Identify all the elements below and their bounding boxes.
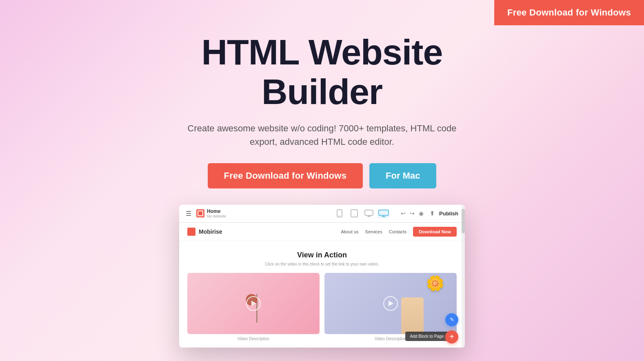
svg-point-1 — [339, 215, 340, 216]
add-block-overlay: Add Block to Page — [405, 332, 449, 341]
hero-buttons: Free Download for Windows For Mac — [208, 163, 437, 188]
scrollbar-thumb — [462, 209, 465, 233]
preview-icon[interactable]: ◉ — [419, 210, 424, 217]
video-grid: Video Description 🌼 Video Description — [187, 273, 457, 341]
hero-title: HTML WebsiteBuilder — [201, 33, 442, 112]
small-desktop-view-icon[interactable] — [363, 209, 375, 218]
site-nav: Mobirise About us Services Contacts Down… — [179, 223, 465, 241]
hero-section: HTML WebsiteBuilder Create awesome websi… — [0, 0, 644, 188]
top-cta-button[interactable]: Free Download for Windows — [494, 0, 644, 25]
publish-button[interactable]: ⬆ Publish — [428, 209, 458, 218]
publish-icon: ⬆ — [428, 209, 437, 218]
home-label: Home My Website — [207, 209, 226, 218]
play-button-1 — [246, 296, 261, 311]
video-card-2[interactable]: 🌼 Video Description — [324, 273, 457, 341]
video-section-subtitle: Click on the video in this block to set … — [187, 262, 457, 266]
nav-services[interactable]: Services — [365, 229, 382, 234]
pencil-icon: ✎ — [450, 317, 454, 323]
app-mockup: ☰ Home My Website — [179, 205, 465, 348]
home-page-icon — [196, 209, 204, 217]
mobile-view-icon[interactable] — [334, 209, 345, 218]
home-title: Home — [207, 209, 226, 214]
video-desc-1: Video Description — [187, 337, 320, 341]
hero-subtitle: Create awesome website w/o coding! 7000+… — [179, 122, 465, 148]
site-logo-icon — [187, 228, 195, 236]
nav-contacts[interactable]: Contacts — [389, 229, 406, 234]
site-preview: Mobirise About us Services Contacts Down… — [179, 223, 465, 348]
download-mac-button[interactable]: For Mac — [369, 163, 436, 188]
nav-cta-button[interactable]: Download Now — [413, 227, 457, 237]
publish-label: Publish — [439, 210, 458, 217]
tablet-view-icon[interactable] — [349, 209, 360, 218]
undo-icon[interactable]: ↩ — [401, 210, 406, 217]
video-thumbnail-1 — [187, 273, 320, 334]
desktop-view-icon[interactable] — [378, 209, 389, 218]
app-toolbar: ☰ Home My Website — [179, 205, 465, 223]
device-switcher — [334, 209, 389, 218]
home-sub: My Website — [207, 215, 226, 218]
toolbar-home-item[interactable]: Home My Website — [196, 209, 226, 218]
download-windows-button[interactable]: Free Download for Windows — [208, 163, 363, 188]
svg-rect-7 — [379, 210, 389, 215]
site-logo-text: Mobirise — [199, 228, 222, 235]
scrollbar[interactable] — [462, 205, 465, 348]
edit-block-button[interactable]: ✎ — [445, 313, 458, 326]
play-button-2 — [383, 296, 398, 311]
nav-about[interactable]: About us — [341, 229, 358, 234]
site-nav-links: About us Services Contacts Download Now — [341, 227, 457, 237]
video-thumbnail-2: 🌼 — [324, 273, 457, 334]
svg-rect-4 — [365, 210, 373, 215]
menu-icon[interactable]: ☰ — [186, 210, 191, 217]
toolbar-actions: ↩ ↪ ◉ ⬆ Publish — [401, 209, 458, 218]
add-block-button[interactable]: + — [445, 330, 458, 343]
video-card-1[interactable]: Video Description — [187, 273, 320, 341]
plus-icon: + — [449, 332, 454, 341]
video-section-title: View in Action — [187, 251, 457, 259]
redo-icon[interactable]: ↪ — [410, 210, 415, 217]
svg-point-3 — [354, 216, 355, 217]
site-logo: Mobirise — [187, 228, 222, 236]
